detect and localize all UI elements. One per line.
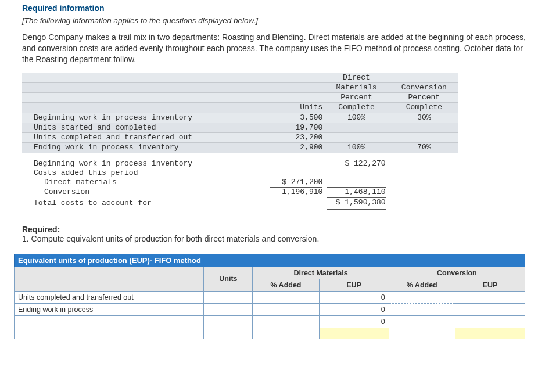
question-1: 1. Compute equivalent units of productio… bbox=[22, 234, 538, 243]
entry-row3-dm-pct[interactable] bbox=[253, 315, 319, 328]
row-end-wip-conv: 70% bbox=[393, 143, 458, 153]
applies-note: [The following information applies to th… bbox=[22, 16, 532, 25]
conv-complete-label: Complete bbox=[393, 103, 458, 113]
entry-row1-conv-eup[interactable] bbox=[455, 291, 525, 303]
eup-table-title: Equivalent units of production (EUP)- FI… bbox=[15, 254, 525, 267]
cost-total-value: $ 1,590,380 bbox=[327, 197, 385, 210]
entry-row2-dm-eup[interactable]: 0 bbox=[319, 303, 389, 315]
col-conv-header: Conversion bbox=[389, 267, 525, 279]
entry-row1-dm-pct[interactable] bbox=[253, 291, 319, 303]
cost-total-label: Total costs to account for bbox=[22, 197, 268, 210]
cost-added-label: Costs added this period bbox=[22, 168, 268, 178]
conv-header: Conversion bbox=[393, 82, 458, 92]
row-begin-wip-units: 3,500 bbox=[268, 113, 325, 123]
dm-header-mid: Materials bbox=[325, 82, 392, 92]
entry-row1-label[interactable]: Units completed and transferred out bbox=[15, 291, 204, 303]
row-started-units: 19,700 bbox=[268, 123, 325, 132]
cost-conv-sum: 1,468,110 bbox=[327, 187, 385, 197]
col-dm-eup: EUP bbox=[319, 279, 389, 291]
entry-row4-conv-pct[interactable] bbox=[389, 328, 455, 339]
entry-row4-units[interactable] bbox=[204, 328, 253, 339]
entry-row1-units[interactable] bbox=[204, 291, 253, 303]
dm-percent-label: Percent bbox=[325, 93, 392, 103]
entry-row4-dm-eup[interactable] bbox=[319, 328, 389, 339]
row-begin-wip-label: Beginning work in process inventory bbox=[22, 113, 268, 123]
row-end-wip-dm: 100% bbox=[325, 143, 392, 153]
cost-dm-label: Direct materials bbox=[22, 178, 268, 187]
row-begin-wip-conv: 30% bbox=[393, 113, 458, 123]
entry-row2-label[interactable]: Ending work in process bbox=[15, 303, 204, 315]
cost-conv-value: 1,196,910 bbox=[270, 187, 322, 197]
cost-begin-wip-value: $ 122,270 bbox=[325, 159, 392, 168]
cost-dm-value: $ 271,200 bbox=[268, 178, 325, 187]
entry-row4-conv-eup[interactable] bbox=[455, 328, 525, 339]
entry-row4-dm-pct[interactable] bbox=[253, 328, 319, 339]
required-information-heading: Required information bbox=[22, 3, 532, 13]
problem-body: Dengo Company makes a trail mix in two d… bbox=[22, 32, 532, 65]
units-header: Units bbox=[268, 103, 325, 113]
row-end-wip-label: Ending work in process inventory bbox=[22, 143, 268, 153]
dm-complete-label: Complete bbox=[325, 103, 392, 113]
entry-row3-dm-eup[interactable]: 0 bbox=[319, 315, 389, 328]
row-completed-units: 23,200 bbox=[268, 133, 325, 143]
dm-header-top: Direct bbox=[325, 73, 392, 83]
entry-row2-conv-eup[interactable] bbox=[455, 303, 525, 315]
col-conv-pct: % Added bbox=[389, 279, 455, 291]
row-started-label: Units started and completed bbox=[22, 123, 268, 132]
entry-row1-dm-eup[interactable]: 0 bbox=[319, 291, 389, 303]
cost-conv-label: Conversion bbox=[22, 187, 268, 197]
row-begin-wip-dm: 100% bbox=[325, 113, 392, 123]
row-completed-label: Units completed and transferred out bbox=[22, 133, 268, 143]
required-heading: Required: bbox=[22, 225, 538, 234]
entry-row1-conv-pct[interactable] bbox=[389, 291, 455, 303]
entry-row2-dm-pct[interactable] bbox=[253, 303, 319, 315]
col-conv-eup: EUP bbox=[455, 279, 525, 291]
eup-entry-table: Equivalent units of production (EUP)- FI… bbox=[14, 254, 525, 339]
entry-row3-label[interactable] bbox=[15, 315, 204, 328]
entry-row3-conv-eup[interactable] bbox=[455, 315, 525, 328]
cost-begin-wip-label: Beginning work in process inventory bbox=[22, 159, 268, 168]
entry-row2-conv-pct[interactable] bbox=[389, 303, 455, 315]
entry-row2-units[interactable] bbox=[204, 303, 253, 315]
row-end-wip-units: 2,900 bbox=[268, 143, 325, 153]
process-data-table: Direct Materials Conversion Percent Perc… bbox=[22, 73, 458, 210]
col-units-header: Units bbox=[204, 267, 253, 291]
col-dm-pct: % Added bbox=[253, 279, 319, 291]
entry-row3-units[interactable] bbox=[204, 315, 253, 328]
conv-percent-label: Percent bbox=[393, 93, 458, 103]
col-dm-header: Direct Materials bbox=[253, 267, 389, 279]
entry-row4-label[interactable] bbox=[15, 328, 204, 339]
entry-row3-conv-pct[interactable] bbox=[389, 315, 455, 328]
